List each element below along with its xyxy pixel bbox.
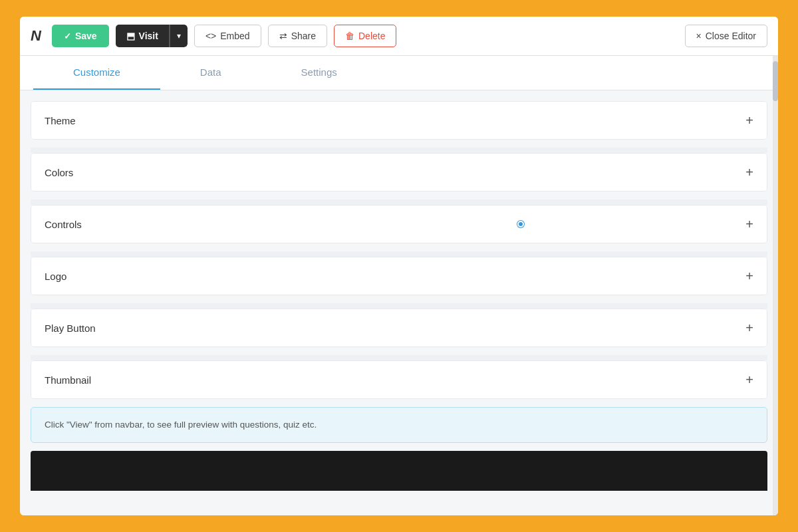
accordion-thumbnail-label: Thumbnail xyxy=(45,374,91,386)
tab-customize[interactable]: Customize xyxy=(33,56,160,90)
delete-label: Delete xyxy=(358,31,385,41)
accordion-logo-expand-icon: + xyxy=(745,269,753,283)
embed-button[interactable]: <> Embed xyxy=(194,25,261,47)
scrollbar-track[interactable] xyxy=(773,56,778,515)
left-panel: Customize Data Settings Theme + xyxy=(20,56,778,515)
logo-icon: N xyxy=(31,27,41,45)
accordion-controls-expand-icon: + xyxy=(745,217,753,231)
accordion-logo-header[interactable]: Logo + xyxy=(31,257,767,295)
toolbar: N ✓ Save ⬒ Visit ▾ <> Embed ⇄ Share 🗑 De… xyxy=(20,17,778,56)
accordion-controls-header[interactable]: Controls + xyxy=(31,205,767,243)
divider-2 xyxy=(31,200,767,205)
chevron-down-icon: ▾ xyxy=(177,31,181,41)
tab-data[interactable]: Data xyxy=(160,56,261,90)
accordion-theme: Theme + xyxy=(31,101,767,140)
accordion-colors: Colors + xyxy=(31,153,767,192)
divider-3 xyxy=(31,251,767,257)
embed-label: Embed xyxy=(220,31,249,41)
accordion-thumbnail-expand-icon: + xyxy=(745,373,753,386)
save-button[interactable]: ✓ Save xyxy=(52,25,109,47)
close-editor-label: Close Editor xyxy=(706,31,756,41)
share-icon: ⇄ xyxy=(279,31,287,41)
accordion-play-button-header[interactable]: Play Button + xyxy=(31,309,767,346)
visit-button-group: ⬒ Visit ▾ xyxy=(116,25,188,47)
accordion-theme-header[interactable]: Theme + xyxy=(31,102,767,139)
accordion-logo-label: Logo xyxy=(45,271,66,282)
content-area: Customize Data Settings Theme + xyxy=(20,56,778,515)
accordion-theme-expand-icon: + xyxy=(745,114,753,127)
close-icon: × xyxy=(696,31,702,41)
accordion-play-button-expand-icon: + xyxy=(745,321,753,334)
tabs-container: Customize Data Settings xyxy=(20,56,778,90)
accordion-colors-header[interactable]: Colors + xyxy=(31,154,767,191)
accordion-play-button: Play Button + xyxy=(31,309,767,347)
delete-icon: 🗑 xyxy=(345,31,354,41)
accordion-thumbnail-header[interactable]: Thumbnail + xyxy=(31,361,767,398)
accordion-theme-label: Theme xyxy=(45,115,76,126)
preview-area xyxy=(31,451,767,491)
accordion-play-button-label: Play Button xyxy=(45,323,96,334)
close-editor-button[interactable]: × Close Editor xyxy=(685,25,767,47)
visit-label: Visit xyxy=(139,31,158,41)
accordion-thumbnail: Thumbnail + xyxy=(31,360,767,399)
accordion-colors-label: Colors xyxy=(45,167,73,178)
divider-5 xyxy=(31,355,767,360)
scrollbar-thumb[interactable] xyxy=(773,61,778,101)
tab-settings[interactable]: Settings xyxy=(261,56,377,90)
divider-4 xyxy=(31,303,767,309)
check-icon: ✓ xyxy=(64,31,71,41)
visit-dropdown-button[interactable]: ▾ xyxy=(170,25,188,47)
share-button[interactable]: ⇄ Share xyxy=(268,25,327,47)
visit-icon: ⬒ xyxy=(126,31,135,41)
share-label: Share xyxy=(291,31,316,41)
divider-1 xyxy=(31,148,767,153)
delete-button[interactable]: 🗑 Delete xyxy=(334,25,396,47)
info-message-box: Click "View" from navbar, to see full pr… xyxy=(31,407,767,443)
accordion-controls: Controls + xyxy=(31,205,767,243)
accordion-controls-label: Controls xyxy=(45,219,82,230)
save-label: Save xyxy=(75,31,97,41)
accordion-logo: Logo + xyxy=(31,257,767,295)
visit-button[interactable]: ⬒ Visit xyxy=(116,25,170,47)
info-message-text: Click "View" from navbar, to see full pr… xyxy=(45,420,317,430)
embed-code-icon: <> xyxy=(205,31,216,41)
accordion-colors-expand-icon: + xyxy=(745,166,753,179)
